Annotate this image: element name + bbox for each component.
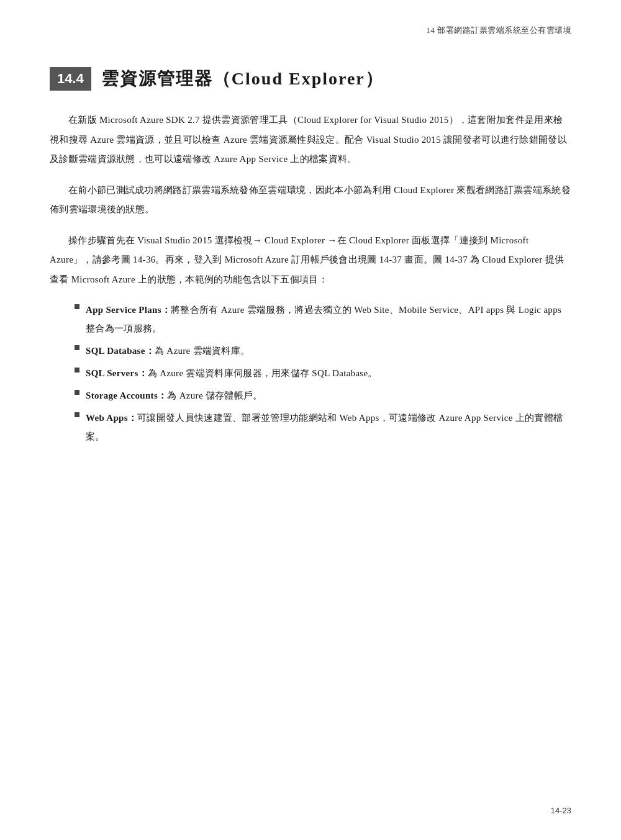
bullet-item-4: Web Apps：可讓開發人員快速建置、部署並管理功能網站和 Web Apps，… bbox=[75, 409, 571, 446]
header-text: 14 部署網路訂票雲端系統至公有雲環境 bbox=[426, 25, 571, 35]
bullet-icon-3 bbox=[75, 390, 79, 395]
paragraph-3: 操作步驟首先在 Visual Studio 2015 選擇檢視→ Cloud E… bbox=[50, 231, 571, 290]
bullet-label-2: SQL Servers： bbox=[86, 368, 148, 378]
bullet-label-3: Storage Accounts： bbox=[86, 391, 167, 400]
page-footer: 14-23 bbox=[551, 806, 571, 815]
page-container: 14 部署網路訂票雲端系統至公有雲環境 14.4 雲資源管理器（Cloud Ex… bbox=[0, 0, 621, 840]
bullet-item-1: SQL Database：為 Azure 雲端資料庫。 bbox=[75, 341, 571, 360]
bullet-content-2: SQL Servers：為 Azure 雲端資料庫伺服器，用來儲存 SQL Da… bbox=[86, 364, 571, 382]
bullet-label-1: SQL Database： bbox=[86, 346, 155, 356]
bullet-content-4: Web Apps：可讓開發人員快速建置、部署並管理功能網站和 Web Apps，… bbox=[86, 409, 571, 446]
bullet-item-2: SQL Servers：為 Azure 雲端資料庫伺服器，用來儲存 SQL Da… bbox=[75, 364, 571, 382]
section-heading: 14.4 雲資源管理器（Cloud Explorer） bbox=[50, 67, 571, 91]
paragraph-2: 在前小節已測試成功將網路訂票雲端系統發佈至雲端環境，因此本小節為利用 Cloud… bbox=[50, 181, 571, 220]
section-number-box: 14.4 bbox=[50, 67, 91, 91]
bullet-item-3: Storage Accounts：為 Azure 儲存體帳戶。 bbox=[75, 386, 571, 405]
bullet-content-1: SQL Database：為 Azure 雲端資料庫。 bbox=[86, 341, 571, 360]
page-header: 14 部署網路訂票雲端系統至公有雲環境 bbox=[50, 25, 571, 36]
page-number: 14-23 bbox=[551, 806, 571, 815]
bullet-list: App Service Plans：將整合所有 Azure 雲端服務，將過去獨立… bbox=[75, 300, 571, 446]
bullet-icon-0 bbox=[75, 304, 79, 309]
bullet-icon-1 bbox=[75, 345, 79, 350]
paragraph-1: 在新版 Microsoft Azure SDK 2.7 提供雲資源管理工具（Cl… bbox=[50, 111, 571, 169]
bullet-label-0: App Service Plans： bbox=[86, 305, 171, 315]
bullet-label-4: Web Apps： bbox=[86, 413, 137, 423]
bullet-icon-2 bbox=[75, 368, 79, 373]
bullet-item-0: App Service Plans：將整合所有 Azure 雲端服務，將過去獨立… bbox=[75, 300, 571, 338]
bullet-content-3: Storage Accounts：為 Azure 儲存體帳戶。 bbox=[86, 386, 571, 405]
section-title: 雲資源管理器（Cloud Explorer） bbox=[101, 67, 384, 91]
bullet-icon-4 bbox=[75, 412, 79, 417]
section-number: 14.4 bbox=[57, 71, 84, 86]
bullet-content-0: App Service Plans：將整合所有 Azure 雲端服務，將過去獨立… bbox=[86, 300, 571, 338]
